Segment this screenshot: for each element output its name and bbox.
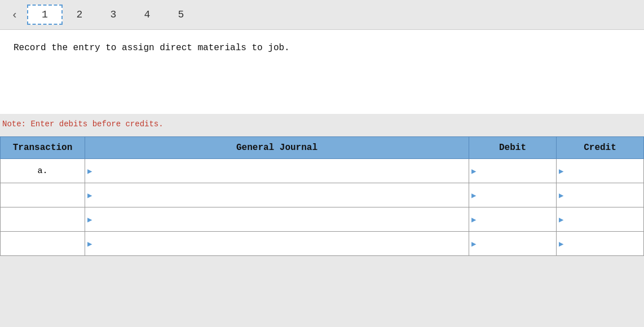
credit-cell-1[interactable]: ▶ [557, 159, 644, 183]
tab-5[interactable]: 5 [164, 6, 198, 24]
table-header-row: Transaction General Journal Debit Credit [1, 137, 644, 159]
debit-input-2[interactable] [478, 183, 556, 207]
top-nav: ‹ 1 2 3 4 5 [0, 0, 644, 29]
journal-cell-2[interactable]: ▶ [85, 183, 469, 207]
arrow-icon-journal-4: ▶ [85, 239, 94, 249]
transaction-cell-1: a. [1, 159, 85, 183]
tab-3[interactable]: 3 [96, 6, 130, 24]
arrow-icon-debit-1: ▶ [469, 166, 478, 176]
arrow-icon-credit-2: ▶ [557, 191, 566, 200]
arrow-icon-credit-3: ▶ [557, 215, 566, 224]
instruction-text: Record the entry to assign direct materi… [14, 41, 630, 56]
credit-input-3[interactable] [566, 207, 643, 231]
arrow-icon-journal-1: ▶ [85, 166, 94, 176]
tab-1[interactable]: 1 [27, 5, 63, 25]
credit-cell-3[interactable]: ▶ [557, 207, 644, 232]
debit-cell-4[interactable]: ▶ [469, 232, 557, 256]
debit-input-3[interactable] [478, 207, 556, 231]
arrow-icon-journal-3: ▶ [85, 215, 94, 224]
page-wrapper: ‹ 1 2 3 4 5 Record the entry to assign d… [0, 0, 644, 256]
table-row: ▶ ▶ ▶ [1, 183, 644, 207]
header-credit: Credit [557, 137, 644, 159]
transaction-cell-2 [1, 183, 85, 207]
journal-input-2[interactable] [94, 183, 469, 207]
arrow-icon-debit-4: ▶ [469, 239, 478, 249]
table-wrapper: Transaction General Journal Debit Credit… [0, 136, 644, 256]
transaction-cell-3 [1, 207, 85, 232]
arrow-icon-credit-4: ▶ [557, 239, 566, 249]
credit-input-1[interactable] [566, 159, 643, 183]
journal-cell-1[interactable]: ▶ [85, 159, 469, 183]
arrow-icon-credit-1: ▶ [557, 166, 566, 176]
header-general-journal: General Journal [85, 137, 469, 159]
tab-4[interactable]: 4 [130, 6, 164, 24]
header-debit: Debit [469, 137, 557, 159]
debit-cell-1[interactable]: ▶ [469, 159, 557, 183]
table-row: ▶ ▶ ▶ [1, 232, 644, 256]
debit-input-1[interactable] [478, 159, 556, 183]
content-area: Record the entry to assign direct materi… [0, 29, 644, 114]
note-text: Note: Enter debits before credits. [0, 114, 644, 134]
journal-input-1[interactable] [94, 159, 469, 183]
credit-cell-4[interactable]: ▶ [557, 232, 644, 256]
journal-input-4[interactable] [94, 232, 469, 255]
journal-cell-4[interactable]: ▶ [85, 232, 469, 256]
tab-2[interactable]: 2 [63, 6, 96, 24]
arrow-icon-debit-2: ▶ [469, 191, 478, 200]
journal-table: Transaction General Journal Debit Credit… [0, 136, 644, 256]
credit-cell-2[interactable]: ▶ [557, 183, 644, 207]
debit-input-4[interactable] [478, 232, 556, 255]
journal-input-3[interactable] [94, 207, 469, 231]
credit-input-4[interactable] [566, 232, 643, 255]
journal-cell-3[interactable]: ▶ [85, 207, 469, 232]
debit-cell-3[interactable]: ▶ [469, 207, 557, 232]
header-transaction: Transaction [1, 137, 85, 159]
debit-cell-2[interactable]: ▶ [469, 183, 557, 207]
transaction-cell-4 [1, 232, 85, 256]
back-arrow[interactable]: ‹ [6, 6, 24, 24]
credit-input-2[interactable] [566, 183, 643, 207]
table-row: ▶ ▶ ▶ [1, 207, 644, 232]
arrow-icon-journal-2: ▶ [85, 191, 94, 200]
arrow-icon-debit-3: ▶ [469, 215, 478, 224]
table-row: a. ▶ ▶ ▶ [1, 159, 644, 183]
